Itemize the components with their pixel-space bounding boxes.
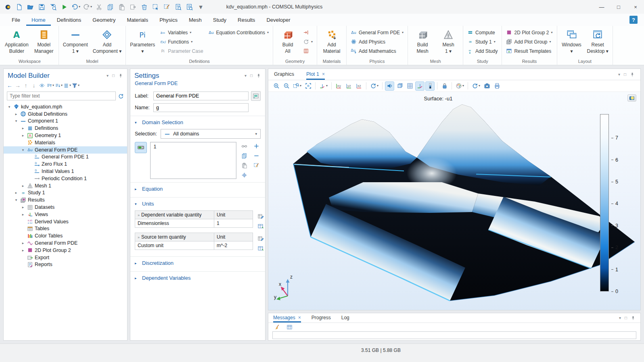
add-physics-button[interactable]: Add Physics xyxy=(349,38,406,46)
tree-expander-icon[interactable]: ▸ xyxy=(21,133,25,137)
study-1-button[interactable]: ∞Study 1▾ xyxy=(465,38,500,46)
section-discretization[interactable]: ▸ Discretization xyxy=(130,256,265,269)
save-button[interactable] xyxy=(36,2,47,12)
edit-table-button[interactable] xyxy=(256,234,265,242)
tree-expander-icon[interactable]: ▸ xyxy=(21,126,25,130)
ribbon-tab-materials[interactable]: Materials xyxy=(121,14,153,26)
tree-item-periodic-condition-1[interactable]: Periodic Condition 1 xyxy=(4,175,127,182)
filter-input[interactable] xyxy=(7,92,116,100)
go-to-default-view-button[interactable]: ▾ xyxy=(318,81,329,91)
tree-item-component-1[interactable]: ▾Component 1 xyxy=(4,118,127,125)
model-tree-node-text-button[interactable]: ▾ xyxy=(63,81,71,89)
zoom-extents-button[interactable] xyxy=(303,81,313,91)
equation-contributions-button[interactable]: ΔuEquation Contributions▾ xyxy=(206,29,271,36)
add-mathematics-button[interactable]: ΔuAdd Mathematics xyxy=(349,47,406,55)
result-templates-button[interactable]: Result Templates xyxy=(504,47,554,55)
panel-menu-icon[interactable]: ▾ xyxy=(107,74,109,78)
messages-tab-messages[interactable]: Messages× xyxy=(273,313,301,322)
messages-tab-progress[interactable]: Progress xyxy=(312,313,331,322)
functions-button[interactable]: f(x)Functions▾ xyxy=(158,38,205,46)
open-file-button[interactable] xyxy=(25,2,36,12)
scene-light-button[interactable] xyxy=(385,81,394,91)
filter-button[interactable]: ▾ xyxy=(72,81,79,89)
tree-item-geometry-1[interactable]: ▸AGeometry 1 xyxy=(4,132,127,139)
clear-selection-button[interactable] xyxy=(161,2,172,12)
show-button[interactable] xyxy=(38,81,46,89)
show-grid-button[interactable] xyxy=(405,81,414,91)
tree-expander-icon[interactable]: ▾ xyxy=(14,198,19,202)
tree-expander-icon[interactable]: ▸ xyxy=(21,241,25,245)
go-back-button[interactable]: ← xyxy=(6,81,13,89)
zoom-out-button[interactable] xyxy=(282,81,291,91)
model-manager-button[interactable]: Model Manager xyxy=(31,27,56,59)
paste-button[interactable] xyxy=(116,2,127,12)
show-axis-orientation-button[interactable] xyxy=(415,81,424,91)
paste-selection-button[interactable] xyxy=(240,161,249,169)
tree-expander-icon[interactable]: ▸ xyxy=(21,184,25,188)
save-search-button[interactable] xyxy=(48,2,59,12)
tree-item-reports[interactable]: Reports xyxy=(4,261,127,268)
duplicate-button[interactable] xyxy=(128,2,138,12)
comsol-logo-button[interactable] xyxy=(627,94,636,102)
find-button[interactable] xyxy=(173,2,184,12)
tree-expander-icon[interactable]: ▸ xyxy=(21,212,25,216)
tree-item-general-form-pde[interactable]: ▸General Form PDE xyxy=(4,239,127,247)
redo-button[interactable]: ▾ xyxy=(82,2,93,12)
float-panel-icon[interactable]: □ xyxy=(112,74,115,78)
tree-item-datasets[interactable]: ▸Datasets xyxy=(4,204,127,211)
go-to-yz-view-button[interactable]: yz xyxy=(344,81,353,91)
edit-table-button[interactable] xyxy=(256,212,265,220)
go-to-xz-view-button[interactable]: xz xyxy=(354,81,364,91)
component-1-button[interactable]: Component 1 ▾ xyxy=(61,27,90,59)
copy-button[interactable] xyxy=(105,2,116,12)
customize-quick-access-button[interactable]: ▾ xyxy=(195,2,206,12)
units-table-row[interactable]: Custom unitm^-2 xyxy=(135,241,253,250)
show-color-legend-button[interactable] xyxy=(425,81,435,91)
rebuild-geometry-button[interactable]: ▾ xyxy=(301,38,315,46)
close-button[interactable]: × xyxy=(627,0,644,14)
graphics-tab-plot-1[interactable]: Plot 1× xyxy=(306,69,325,80)
general-form-pde-interface-button[interactable]: ΔuGeneral Form PDE▾ xyxy=(349,29,406,36)
tree-item-results[interactable]: ▾Results xyxy=(4,196,127,204)
section-domain-selection[interactable]: ▾ Domain Selection xyxy=(130,116,265,128)
copy-table-button[interactable] xyxy=(285,322,294,332)
close-tab-icon[interactable]: × xyxy=(322,71,325,77)
label-field[interactable] xyxy=(153,92,249,100)
compute-button[interactable]: Compute xyxy=(465,29,500,36)
section-dependent-variables[interactable]: ▸ Dependent Variables xyxy=(130,271,265,284)
run-button[interactable] xyxy=(59,2,70,12)
change-unit-button[interactable] xyxy=(256,222,265,230)
active-toggle-button[interactable] xyxy=(135,142,147,153)
color-theme-button[interactable]: ▾ xyxy=(454,81,465,91)
view-lock-button[interactable] xyxy=(440,81,449,91)
panel-menu-icon[interactable]: ▾ xyxy=(245,74,247,78)
move-down-button[interactable]: ↓ xyxy=(30,81,38,89)
add-component-button[interactable]: Add Component ▾ xyxy=(91,27,123,59)
float-panel-icon[interactable]: □ xyxy=(625,316,627,320)
section-units[interactable]: ▾ Units xyxy=(130,197,265,210)
tree-item-mesh-1[interactable]: ▸Mesh 1 xyxy=(4,182,127,189)
zoom-in-button[interactable] xyxy=(272,81,281,91)
ribbon-tab-geometry[interactable]: Geometry xyxy=(87,14,121,26)
virtual-operations-button[interactable] xyxy=(301,47,315,55)
tree-expander-icon[interactable]: ▸ xyxy=(21,248,25,252)
update-plot-button[interactable]: ▾ xyxy=(470,81,481,91)
name-field[interactable] xyxy=(153,103,249,112)
tree-expander-icon[interactable]: ▾ xyxy=(14,119,19,123)
insert-sequence-button[interactable] xyxy=(301,29,315,36)
expand-all-button[interactable]: ▾ xyxy=(46,81,54,89)
panel-menu-icon[interactable]: ▾ xyxy=(618,73,620,77)
units-table-row[interactable]: Dimensionless1 xyxy=(135,219,253,228)
domain-list[interactable]: 1 xyxy=(150,142,236,179)
comsol-application-button[interactable] xyxy=(2,2,13,12)
refresh-filter-icon[interactable] xyxy=(118,93,124,99)
ribbon-tab-home[interactable]: Home xyxy=(26,14,51,26)
plot-group-2d-2-button[interactable]: 2D Plot Group 2▾ xyxy=(504,29,554,36)
remove-from-selection-button[interactable] xyxy=(252,152,261,160)
clear-messages-button[interactable] xyxy=(272,322,282,332)
tree-item-2d-plot-group-2[interactable]: ▸2D Plot Group 2 xyxy=(4,247,127,254)
tree-item-definitions[interactable]: ▸Definitions xyxy=(4,125,127,132)
ribbon-tab-definitions[interactable]: Definitions xyxy=(52,14,87,26)
build-all-button[interactable]: Build All xyxy=(275,27,300,59)
environment-reflections-button[interactable] xyxy=(395,81,404,91)
